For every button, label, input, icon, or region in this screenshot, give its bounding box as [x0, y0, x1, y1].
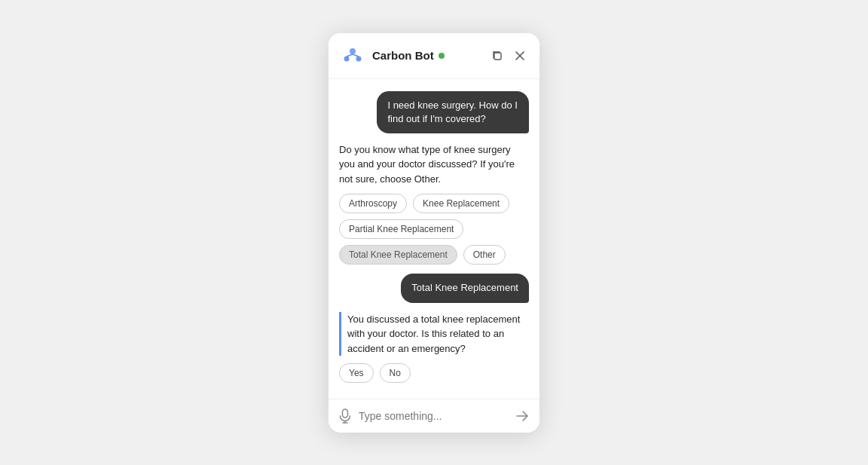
chip-partial-knee-replacement[interactable]: Partial Knee Replacement: [339, 219, 463, 239]
bot-followup-text: You discussed a total knee replacement w…: [339, 312, 529, 356]
status-dot: [439, 53, 445, 59]
user-message-1: I need knee surgery. How do I find out i…: [377, 91, 529, 133]
send-icon[interactable]: [515, 410, 529, 422]
chat-window: Carbon Bot I need knee surgery.: [329, 33, 539, 433]
chip-total-knee-replacement[interactable]: Total Knee Replacement: [339, 245, 457, 265]
close-button[interactable]: [512, 48, 527, 63]
chat-input[interactable]: [359, 410, 508, 422]
close-icon: [514, 50, 526, 62]
bot-avatar-icon: [341, 44, 365, 68]
svg-line-4: [353, 54, 359, 57]
svg-point-2: [356, 56, 362, 61]
chip-no[interactable]: No: [380, 363, 411, 383]
chip-knee-replacement[interactable]: Knee Replacement: [413, 194, 509, 213]
chat-input-area: [329, 399, 539, 433]
mic-icon: [339, 408, 351, 424]
bot-name: Carbon Bot: [372, 49, 434, 62]
chat-messages: I need knee surgery. How do I find out i…: [329, 79, 539, 399]
surgery-chips: Arthroscopy Knee Replacement Partial Kne…: [339, 194, 529, 265]
duplicate-button[interactable]: [490, 48, 505, 63]
header-title-group: Carbon Bot: [372, 49, 490, 62]
duplicate-icon: [491, 50, 503, 62]
svg-point-0: [350, 48, 356, 54]
header-actions: [490, 48, 527, 63]
chip-arthroscopy[interactable]: Arthroscopy: [339, 194, 407, 213]
svg-rect-8: [343, 409, 348, 418]
svg-rect-5: [494, 53, 501, 60]
chip-other[interactable]: Other: [463, 245, 506, 265]
svg-line-3: [347, 54, 353, 57]
bot-followup-1: You discussed a total knee replacement w…: [339, 312, 529, 384]
chip-yes[interactable]: Yes: [339, 363, 374, 383]
user-message-2: Total Knee Replacement: [401, 274, 529, 302]
yes-no-chips: Yes No: [339, 363, 529, 383]
bot-text-1: Do you know what type of knee surgery yo…: [339, 142, 529, 187]
bot-message-1: Do you know what type of knee surgery yo…: [339, 142, 529, 265]
svg-point-1: [344, 56, 350, 61]
chat-header: Carbon Bot: [329, 33, 539, 79]
